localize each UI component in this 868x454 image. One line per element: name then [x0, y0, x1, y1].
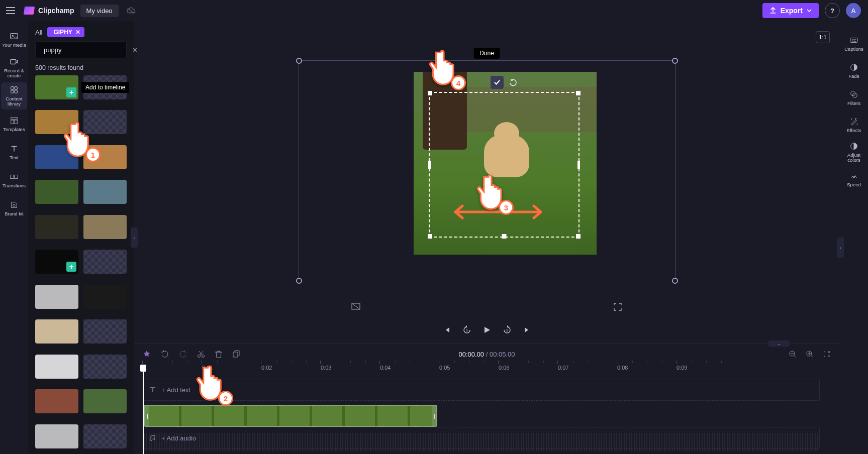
svg-rect-3 — [11, 86, 14, 89]
next-frame-button[interactable] — [522, 325, 532, 335]
timeline-clip[interactable]: || || — [144, 405, 437, 427]
aspect-ratio-chip[interactable]: 1:1 — [816, 31, 830, 43]
auto-layout-button[interactable] — [143, 350, 151, 358]
add-to-timeline-tooltip: Add to timeline — [81, 82, 129, 93]
result-thumb[interactable] — [35, 389, 78, 413]
svg-rect-7 — [11, 117, 18, 119]
clip-trim-left[interactable]: || — [145, 406, 149, 426]
playhead[interactable] — [143, 365, 144, 454]
play-button[interactable] — [482, 325, 492, 335]
filter-chip-giphy[interactable]: GIPHY ✕ — [47, 27, 84, 37]
add-to-timeline-button[interactable]: + — [66, 262, 76, 272]
add-to-timeline-button[interactable]: + — [66, 87, 76, 97]
result-thumb[interactable] — [35, 355, 78, 379]
help-button[interactable]: ? — [825, 3, 840, 18]
resize-handle[interactable] — [296, 58, 302, 64]
result-thumb[interactable] — [83, 145, 127, 169]
resize-handle[interactable] — [672, 58, 678, 64]
crop-handle[interactable] — [502, 234, 506, 239]
preview-clip[interactable] — [414, 72, 597, 255]
rail-content-library[interactable]: Content library — [1, 82, 27, 109]
fade-icon — [849, 63, 858, 72]
svg-text:5: 5 — [506, 329, 508, 332]
undo-button[interactable] — [161, 350, 169, 358]
app-name: Clipchamp — [38, 7, 74, 15]
skip-back-5-button[interactable]: 5 — [462, 325, 472, 335]
result-thumb[interactable] — [83, 215, 127, 239]
result-thumb[interactable] — [83, 424, 127, 448]
rail-text[interactable]: Text — [1, 139, 27, 166]
rr-adjust-colors[interactable]: Adjust colors — [841, 140, 867, 165]
crop-handle[interactable] — [428, 91, 432, 95]
rail-transitions[interactable]: Transitions — [1, 167, 27, 194]
crop-handle[interactable] — [577, 161, 580, 169]
result-thumb[interactable] — [35, 319, 78, 344]
close-icon[interactable]: ✕ — [75, 29, 80, 36]
rail-record-create[interactable]: Record & create — [1, 54, 27, 81]
result-thumb[interactable] — [83, 389, 127, 413]
rr-effects[interactable]: Effects — [841, 112, 867, 138]
result-thumb[interactable] — [83, 355, 127, 379]
left-nav-rail: Your media Record & create Content libra… — [0, 21, 28, 454]
rail-templates[interactable]: Templates — [1, 110, 27, 138]
result-thumb[interactable] — [35, 110, 78, 134]
canvas-frame[interactable]: Done — [299, 60, 676, 281]
templates-icon — [10, 116, 19, 125]
result-thumb[interactable] — [35, 145, 78, 169]
result-thumb[interactable] — [83, 180, 127, 204]
result-thumb[interactable]: +Add to timeline — [35, 75, 78, 99]
svg-rect-8 — [11, 120, 14, 124]
avatar[interactable]: A — [846, 3, 861, 18]
crop-handle[interactable] — [428, 161, 431, 169]
duplicate-button[interactable] — [232, 350, 240, 358]
video-title[interactable]: My video — [80, 5, 119, 17]
prev-frame-button[interactable] — [442, 325, 452, 335]
result-thumb[interactable] — [35, 424, 78, 448]
result-thumb[interactable] — [83, 285, 127, 309]
result-thumb[interactable] — [83, 319, 127, 344]
rr-filters[interactable]: Filters — [841, 85, 867, 110]
preview-stage: 1:1 Done — [134, 21, 840, 320]
svg-text:CC: CC — [851, 38, 856, 42]
resize-handle[interactable] — [296, 278, 302, 284]
zoom-fit-button[interactable] — [823, 350, 831, 358]
skip-fwd-5-button[interactable]: 5 — [502, 325, 512, 335]
result-thumb[interactable] — [83, 110, 127, 134]
crop-handle[interactable] — [576, 234, 581, 239]
crop-handle[interactable] — [576, 91, 581, 95]
rr-captions[interactable]: CCCaptions — [841, 31, 867, 56]
crop-confirm-button[interactable] — [491, 76, 504, 89]
collapse-right-rail-button[interactable]: › — [837, 238, 844, 258]
sync-off-icon — [127, 7, 136, 14]
menu-button[interactable] — [3, 3, 18, 18]
rail-your-media[interactable]: Your media — [1, 26, 27, 53]
text-track[interactable]: + Add text — [143, 379, 820, 401]
crop-rectangle[interactable] — [429, 92, 580, 238]
rail-brand-kit[interactable]: Brand kit — [1, 195, 27, 222]
redo-button[interactable] — [179, 350, 187, 358]
result-thumb[interactable]: + — [35, 250, 78, 274]
result-thumb[interactable] — [35, 285, 78, 309]
camera-icon — [10, 57, 19, 66]
fullscreen-button[interactable] — [613, 302, 623, 312]
rr-speed[interactable]: Speed — [841, 167, 867, 192]
clip-trim-right[interactable]: || — [432, 406, 436, 426]
search-input[interactable] — [44, 46, 128, 54]
timeline-ruler[interactable]: 00:010:020:030:040:050:060:070:080:09 — [143, 365, 840, 379]
delete-button[interactable] — [215, 350, 222, 358]
result-thumb[interactable] — [35, 215, 78, 239]
filter-all[interactable]: All — [35, 29, 42, 36]
rr-fade[interactable]: Fade — [841, 58, 867, 83]
result-thumb[interactable] — [35, 180, 78, 204]
zoom-in-button[interactable] — [806, 350, 814, 358]
detach-button[interactable] — [351, 302, 361, 312]
ruler-tick: 0:03 — [321, 365, 331, 371]
crop-revert-button[interactable] — [507, 76, 520, 89]
collapse-panel-button[interactable]: ‹ — [131, 228, 138, 248]
split-button[interactable] — [197, 350, 205, 358]
result-thumb[interactable] — [83, 250, 127, 274]
resize-handle[interactable] — [672, 278, 678, 284]
zoom-out-button[interactable] — [789, 350, 797, 358]
crop-handle[interactable] — [428, 234, 432, 239]
export-button[interactable]: Export — [762, 3, 819, 18]
